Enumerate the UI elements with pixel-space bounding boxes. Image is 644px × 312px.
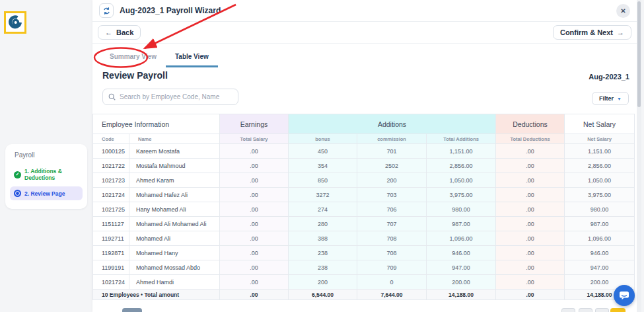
col-total-additions: Total Additions [427, 134, 496, 144]
table-cell: .00 [496, 173, 565, 188]
table-column-header: Code Name Total Salary bonus commission … [93, 134, 635, 144]
table-cell: 708 [357, 231, 427, 246]
filter-label: Filter [599, 95, 614, 102]
table-cell: 200.00 [427, 275, 496, 290]
tab-summary-view[interactable]: Summary View [100, 48, 166, 67]
table-row[interactable]: 1192711Mohamed Ali.003887081,096.00.001,… [93, 231, 635, 246]
table-cell: Mostafa Mahmoud [129, 159, 220, 173]
employee-search[interactable] [102, 89, 238, 105]
table-cell: .00 [496, 144, 565, 159]
brand-logo [4, 11, 26, 34]
pagination-stub[interactable] [122, 308, 142, 312]
table-body: 1000125Kareem Mostafa.004507011,151.00.0… [93, 144, 635, 290]
steps-section-title: Payroll [15, 151, 83, 159]
chevron-down-icon: ▼ [617, 97, 622, 101]
table-row[interactable]: 1021725Hany Mohamed Ali.00274706980.00.0… [93, 202, 635, 217]
table-cell: .00 [220, 159, 289, 173]
table-cell: 1,050.00 [565, 173, 635, 188]
table-cell: 1,151.00 [427, 144, 496, 159]
chat-widget-button[interactable] [614, 285, 635, 306]
table-cell: .00 [220, 260, 289, 275]
table-cell: 3272 [289, 188, 357, 202]
back-label: Back [116, 28, 133, 36]
table-cell: 1000125 [93, 144, 129, 159]
pagination-stub[interactable] [579, 308, 592, 312]
group-deductions: Deductions [496, 114, 565, 134]
table-totals-row: 10 Employees • Total amount .006,544.007… [93, 290, 635, 300]
step-review-page[interactable]: 2. Review Page [10, 186, 83, 200]
table-cell: .00 [220, 246, 289, 260]
filter-button[interactable]: Filter ▼ [592, 92, 629, 105]
table-cell: 1,096.00 [427, 231, 496, 246]
close-button[interactable]: ✕ [616, 4, 630, 18]
table-cell: 709 [357, 260, 427, 275]
table-cell: Ahmed Hamdi [129, 275, 220, 290]
table-cell: .00 [496, 246, 565, 260]
col-total-salary: Total Salary [220, 134, 289, 144]
table-cell: 2502 [357, 159, 427, 173]
table-cell: Kareem Mostafa [129, 144, 220, 159]
col-commission: commission [357, 134, 427, 144]
table-cell: 1021723 [93, 173, 129, 188]
search-input[interactable] [120, 93, 233, 100]
table-cell: .00 [496, 260, 565, 275]
wizard-toolbar: ← Back Confirm & Next → [92, 22, 637, 44]
table-row[interactable]: 1021722Mostafa Mahmoud.0035425022,856.00… [93, 159, 635, 173]
confirm-next-button[interactable]: Confirm & Next → [553, 25, 631, 40]
check-circle-icon: ✓ [14, 171, 21, 178]
table-cell: 280 [289, 217, 357, 231]
table-cell: 3,975.00 [427, 188, 496, 202]
table-cell: 1,151.00 [565, 144, 635, 159]
step-additions-deductions[interactable]: ✓ 1. Additions & Deductions [10, 165, 83, 184]
tab-table-view[interactable]: Table View [166, 48, 218, 67]
table-row[interactable]: 1192871Mohamed Hany.00238708946.00.00946… [93, 246, 635, 260]
scrollbar-thumb[interactable] [637, 1, 641, 107]
confirm-next-label: Confirm & Next [560, 28, 613, 36]
table-cell: 1192711 [93, 231, 129, 246]
table-cell: Mohamed Ali Mohamed Ali [129, 217, 220, 231]
table-cell: 850 [289, 173, 357, 188]
table-cell: 2,856.00 [565, 159, 635, 173]
pagination-stub[interactable] [561, 308, 575, 312]
totals-cell: 7,644.00 [357, 290, 427, 300]
table-cell: 1,050.00 [427, 173, 496, 188]
table-cell: 274 [289, 202, 357, 217]
table-cell: 980.00 [427, 202, 496, 217]
table-cell: 388 [289, 231, 357, 246]
table-row[interactable]: 1021723Ahmed Karam.008502001,050.00.001,… [93, 173, 635, 188]
table-row[interactable]: 1021724Ahmed Hamdi.002000200.00.00200.00 [93, 275, 635, 290]
pagination-stub-active[interactable] [610, 308, 626, 312]
table-row[interactable]: 1151127Mohamed Ali Mohamed Ali.002807079… [93, 217, 635, 231]
group-additions: Additions [289, 114, 496, 134]
table-cell: 708 [357, 246, 427, 260]
table-cell: 1151127 [93, 217, 129, 231]
brand-swirl-icon [8, 15, 22, 30]
step-label: 1. Additions & Deductions [24, 168, 79, 181]
table-row[interactable]: 1000125Kareem Mostafa.004507011,151.00.0… [93, 144, 635, 159]
table-row[interactable]: 1199191Mohamed Mossad Abdo.00238709947.0… [93, 260, 635, 275]
table-cell: .00 [220, 188, 289, 202]
table-cell: 1021724 [93, 275, 129, 290]
table-cell: 947.00 [427, 260, 496, 275]
payroll-table: Employee Information Earnings Additions … [92, 114, 634, 300]
payroll-period-label: Aug-2023_1 [589, 73, 629, 81]
table-cell: 701 [357, 144, 427, 159]
table-cell: 707 [357, 217, 427, 231]
totals-label: 10 Employees • Total amount [93, 290, 220, 300]
table-row[interactable]: 1021724Mohamed Hafez Ali.0032727033,975.… [93, 188, 635, 202]
pagination-stub[interactable] [595, 308, 609, 312]
table-cell: .00 [220, 173, 289, 188]
table-cell: Mohamed Hany [129, 246, 220, 260]
table-cell: 987.00 [427, 217, 496, 231]
table-cell: 980.00 [565, 202, 635, 217]
table-cell: 238 [289, 246, 357, 260]
table-cell: .00 [220, 202, 289, 217]
table-cell: .00 [496, 188, 565, 202]
table-cell: 1021724 [93, 188, 129, 202]
table-cell: Mohamed Mossad Abdo [129, 260, 220, 275]
totals-cell: .00 [496, 290, 565, 300]
back-button[interactable]: ← Back [98, 25, 141, 40]
table-cell: .00 [496, 159, 565, 173]
table-cell: 703 [357, 188, 427, 202]
table-cell: Ahmed Karam [129, 173, 220, 188]
